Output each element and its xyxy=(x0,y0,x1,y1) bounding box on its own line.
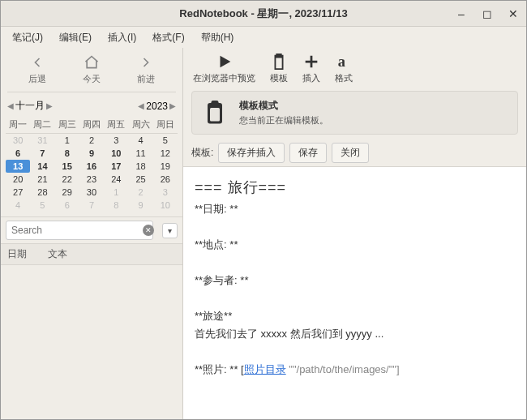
close-button[interactable]: 关闭 xyxy=(332,143,369,163)
banner-text: 模板模式 您当前正在编辑模板。 xyxy=(239,99,328,126)
titlebar: RedNotebook - 星期一, 2023/11/13 – ◻ ✕ xyxy=(1,1,526,27)
minimize-icon[interactable]: – xyxy=(455,7,468,20)
calendar-day[interactable]: 2 xyxy=(128,186,152,199)
calendar-day[interactable]: 4 xyxy=(6,199,30,212)
calendar-day[interactable]: 14 xyxy=(30,160,54,173)
banner-title: 模板模式 xyxy=(239,99,328,113)
calendar-day[interactable]: 27 xyxy=(6,186,30,199)
insert-button[interactable]: 插入 xyxy=(302,53,320,84)
svg-rect-3 xyxy=(210,108,220,122)
calendar-day[interactable]: 1 xyxy=(55,134,79,147)
calendar-day[interactable]: 20 xyxy=(6,173,30,186)
app-window: RedNotebook - 星期一, 2023/11/13 – ◻ ✕ 笔记(J… xyxy=(0,0,527,420)
calendar-header: 周一周二周三周四周五周六周日 xyxy=(6,116,178,134)
calendar-body: 3031123456789101112131415161718192021222… xyxy=(6,134,178,212)
calendar-row: 45678910 xyxy=(6,199,178,212)
calendar-day[interactable]: 28 xyxy=(30,186,54,199)
main-panel: 在浏览器中预览 模板 插入 a 格式 xyxy=(183,48,526,419)
calendar-day[interactable]: 5 xyxy=(30,199,54,212)
photo-dir-link[interactable]: 照片目录 xyxy=(244,363,286,375)
menu-format[interactable]: 格式(F) xyxy=(146,28,191,47)
calendar-day[interactable]: 30 xyxy=(79,186,104,199)
col-text[interactable]: 文本 xyxy=(48,247,67,261)
calendar-day[interactable]: 29 xyxy=(55,186,79,199)
calendar-day[interactable]: 9 xyxy=(79,147,104,160)
calendar-row: 6789101112 xyxy=(6,147,178,160)
calendar-day[interactable]: 3 xyxy=(104,134,128,147)
next-year-icon[interactable]: ▶ xyxy=(169,101,176,110)
content-area: 后退 今天 前进 ◀ 十一月 ▶ ◀ xyxy=(1,48,526,419)
calendar-day[interactable]: 25 xyxy=(128,173,152,186)
menu-help[interactable]: 帮助(H) xyxy=(195,28,241,47)
calendar-day[interactable]: 1 xyxy=(104,186,128,199)
calendar-day[interactable]: 16 xyxy=(79,160,104,173)
calendar-day[interactable]: 15 xyxy=(55,160,79,173)
format-button[interactable]: a 格式 xyxy=(335,53,353,84)
template-button[interactable]: 模板 xyxy=(270,53,288,84)
menu-edit[interactable]: 编辑(E) xyxy=(53,28,98,47)
calendar-day[interactable]: 19 xyxy=(153,160,178,173)
calendar-day[interactable]: 10 xyxy=(104,147,128,160)
menu-notes[interactable]: 笔记(J) xyxy=(6,28,49,47)
calendar-row: 27282930123 xyxy=(6,186,178,199)
search-input[interactable] xyxy=(6,221,153,240)
weekday-label: 周二 xyxy=(30,116,54,134)
prev-year-icon[interactable]: ◀ xyxy=(138,101,144,110)
search-dropdown[interactable]: ▾ xyxy=(162,223,178,238)
calendar-day[interactable]: 18 xyxy=(128,160,152,173)
calendar-day[interactable]: 22 xyxy=(55,173,79,186)
prev-month-icon[interactable]: ◀ xyxy=(7,101,14,110)
calendar-day[interactable]: 9 xyxy=(128,199,152,212)
calendar-day[interactable]: 6 xyxy=(55,199,79,212)
save-button[interactable]: 保存 xyxy=(289,143,327,163)
calendar-day[interactable]: 17 xyxy=(104,160,128,173)
window-controls: – ◻ ✕ xyxy=(455,7,520,20)
calendar-row: 20212223242526 xyxy=(6,173,178,186)
calendar-day[interactable]: 24 xyxy=(104,173,128,186)
editor-line: **日期: ** xyxy=(195,200,515,218)
calendar-day[interactable]: 8 xyxy=(104,199,128,212)
calendar-day[interactable]: 21 xyxy=(30,173,54,186)
save-insert-button[interactable]: 保存并插入 xyxy=(218,143,285,163)
calendar-day[interactable]: 2 xyxy=(79,134,104,147)
calendar-day[interactable]: 3 xyxy=(153,186,178,199)
calendar-day[interactable]: 6 xyxy=(6,147,30,160)
calendar-day[interactable]: 10 xyxy=(153,199,178,212)
today-button[interactable]: 今天 xyxy=(83,54,101,85)
calendar-day[interactable]: 30 xyxy=(6,134,30,147)
back-button[interactable]: 后退 xyxy=(28,54,46,85)
clear-search-icon[interactable]: ✕ xyxy=(143,225,154,236)
calendar-day[interactable]: 8 xyxy=(55,147,79,160)
calendar-day[interactable]: 26 xyxy=(153,173,178,186)
next-month-icon[interactable]: ▶ xyxy=(46,101,53,110)
weekday-label: 周日 xyxy=(153,116,178,134)
menubar: 笔记(J) 编辑(E) 插入(I) 格式(F) 帮助(H) xyxy=(1,27,526,48)
calendar-day[interactable]: 11 xyxy=(128,147,152,160)
sidebar: 后退 今天 前进 ◀ 十一月 ▶ ◀ xyxy=(1,48,183,419)
calendar-day[interactable]: 4 xyxy=(128,134,152,147)
chevron-right-icon xyxy=(138,54,154,71)
search-row: ✕ ▾ xyxy=(1,216,182,243)
calendar-day[interactable]: 12 xyxy=(153,147,178,160)
calendar-day[interactable]: 7 xyxy=(30,147,54,160)
separator xyxy=(7,92,176,92)
template-label: 模板: xyxy=(191,146,213,160)
calendar-day[interactable]: 13 xyxy=(6,160,30,173)
search-wrap: ✕ xyxy=(6,221,159,240)
calendar-day[interactable]: 7 xyxy=(79,199,104,212)
maximize-icon[interactable]: ◻ xyxy=(481,7,494,20)
nav-buttons: 后退 今天 前进 xyxy=(1,48,182,88)
weekday-label: 周四 xyxy=(79,116,104,134)
calendar-day[interactable]: 23 xyxy=(79,173,104,186)
editor-line: **地点: ** xyxy=(195,236,515,254)
forward-button[interactable]: 前进 xyxy=(137,54,155,85)
close-icon[interactable]: ✕ xyxy=(507,7,520,20)
calendar-day[interactable]: 31 xyxy=(30,134,54,147)
editor-line: **参与者: ** xyxy=(195,272,515,289)
menu-insert[interactable]: 插入(I) xyxy=(101,28,143,47)
preview-button[interactable]: 在浏览器中预览 xyxy=(193,53,255,84)
calendar-day[interactable]: 5 xyxy=(153,134,178,147)
template-mode-banner: 模板模式 您当前正在编辑模板。 xyxy=(191,91,518,135)
col-date[interactable]: 日期 xyxy=(7,247,48,261)
editor[interactable]: === 旅行=== **日期: ** **地点: ** **参与者: ** **… xyxy=(183,167,526,419)
